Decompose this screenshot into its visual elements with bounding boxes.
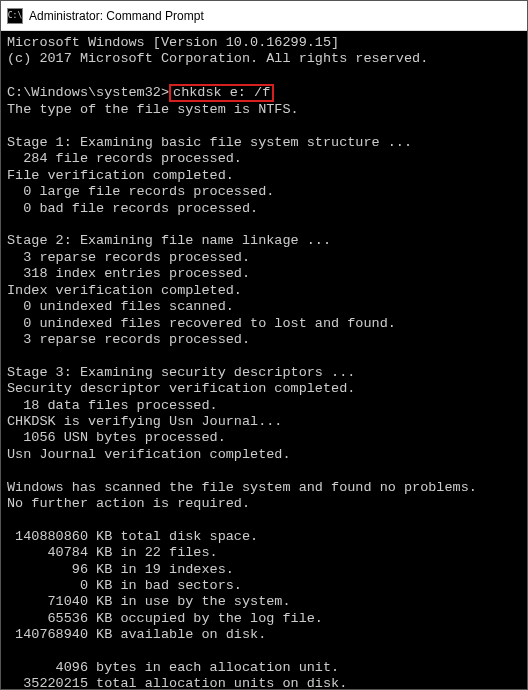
disk-stat: 96 KB in 19 indexes. <box>7 562 234 577</box>
output-line: 284 file records processed. <box>7 151 242 166</box>
console-output[interactable]: Microsoft Windows [Version 10.0.16299.15… <box>1 31 527 689</box>
highlighted-command: chkdsk e: /f <box>169 84 274 102</box>
header-line: Microsoft Windows [Version 10.0.16299.15… <box>7 35 339 50</box>
output-line: File verification completed. <box>7 168 234 183</box>
command-prompt-window: C:\ Administrator: Command Prompt Micros… <box>0 0 528 690</box>
output-line: CHKDSK is verifying Usn Journal... <box>7 414 282 429</box>
output-line: 3 reparse records processed. <box>7 332 250 347</box>
output-line: The type of the file system is NTFS. <box>7 102 299 117</box>
output-line: 318 index entries processed. <box>7 266 250 281</box>
disk-stat: 140768940 KB available on disk. <box>7 627 266 642</box>
output-line: 18 data files processed. <box>7 398 218 413</box>
output-line: 0 large file records processed. <box>7 184 274 199</box>
output-line: 1056 USN bytes processed. <box>7 430 226 445</box>
disk-stat: 0 KB in bad sectors. <box>7 578 242 593</box>
stage-title: Stage 2: Examining file name linkage ... <box>7 233 331 248</box>
stage-title: Stage 3: Examining security descriptors … <box>7 365 355 380</box>
cmd-icon: C:\ <box>7 8 23 24</box>
disk-stat: 65536 KB occupied by the log file. <box>7 611 323 626</box>
output-line: Index verification completed. <box>7 283 242 298</box>
header-line: (c) 2017 Microsoft Corporation. All righ… <box>7 51 428 66</box>
disk-stat: 140880860 KB total disk space. <box>7 529 258 544</box>
window-title: Administrator: Command Prompt <box>29 9 204 23</box>
titlebar[interactable]: C:\ Administrator: Command Prompt <box>1 1 527 31</box>
output-line: 3 reparse records processed. <box>7 250 250 265</box>
stage-title: Stage 1: Examining basic file system str… <box>7 135 412 150</box>
disk-stat: 71040 KB in use by the system. <box>7 594 291 609</box>
output-line: Usn Journal verification completed. <box>7 447 291 462</box>
output-line: 0 bad file records processed. <box>7 201 258 216</box>
alloc-stat: 4096 bytes in each allocation unit. <box>7 660 339 675</box>
output-line: 0 unindexed files scanned. <box>7 299 234 314</box>
prompt: C:\Windows\system32> <box>7 85 169 100</box>
output-line: Security descriptor verification complet… <box>7 381 355 396</box>
output-line: Windows has scanned the file system and … <box>7 480 477 495</box>
output-line: 0 unindexed files recovered to lost and … <box>7 316 396 331</box>
output-line: No further action is required. <box>7 496 250 511</box>
disk-stat: 40784 KB in 22 files. <box>7 545 218 560</box>
alloc-stat: 35220215 total allocation units on disk. <box>7 676 347 689</box>
